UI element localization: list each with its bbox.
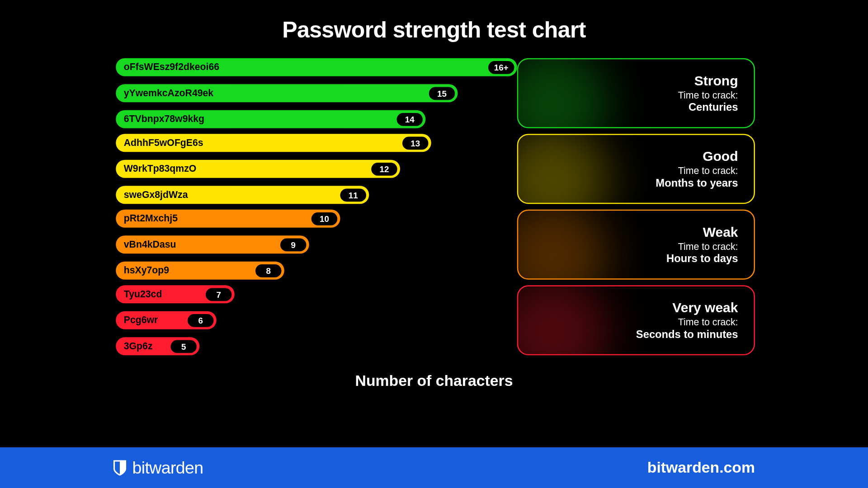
password-bar: vBn4kDasu9: [116, 235, 309, 253]
char-count-pill: 15: [429, 87, 455, 100]
chart-container: Password strength test chart oFfsWEsz9f2…: [0, 0, 868, 488]
strength-label: Good: [703, 149, 738, 164]
password-bar: Tyu23cd7: [116, 285, 235, 303]
password-bar: yYwemkcAzoR49ek15: [116, 84, 458, 102]
crack-label: Time to crack:: [678, 165, 738, 177]
strength-label: Very weak: [672, 300, 738, 316]
glow-decoration: [517, 58, 609, 128]
bar-row: AdhhF5wOFgE6s13: [116, 134, 517, 152]
char-count-pill: 13: [402, 136, 429, 150]
crack-time: Hours to days: [666, 253, 738, 265]
crack-label: Time to crack:: [678, 90, 738, 101]
bar-row: yYwemkcAzoR49ek15: [116, 84, 517, 102]
bar-row: 6TVbnpx78w9kkg14: [116, 110, 517, 128]
legend-box-good: GoodTime to crack:Months to years: [517, 134, 755, 204]
bar-row: 3Gp6z5: [116, 337, 517, 355]
section-strong: oFfsWEsz9f2dkeoi6616+yYwemkcAzoR49ek156T…: [116, 58, 517, 128]
strength-label: Weak: [703, 224, 738, 240]
x-axis-label: Number of characters: [0, 372, 868, 390]
legend-column: StrongTime to crack:CenturiesGoodTime to…: [517, 58, 755, 356]
char-count-pill: 14: [397, 113, 423, 126]
section-weak: pRt2Mxchj510vBn4kDasu9hsXy7op98: [116, 210, 517, 280]
password-bar: pRt2Mxchj510: [116, 210, 340, 228]
legend-box-veryweak: Very weakTime to crack:Seconds to minute…: [517, 285, 755, 355]
password-bar: AdhhF5wOFgE6s13: [116, 134, 431, 152]
char-count-pill: 6: [188, 314, 214, 327]
password-bar: sweGx8jdWza11: [116, 186, 369, 204]
bar-row: hsXy7op98: [116, 262, 517, 280]
section-good: AdhhF5wOFgE6s13W9rkTp83qmzO12sweGx8jdWza…: [116, 134, 517, 204]
brand-name: bitwarden: [132, 458, 203, 478]
password-bar: W9rkTp83qmzO12: [116, 160, 400, 178]
bar-row: W9rkTp83qmzO12: [116, 160, 517, 178]
char-count-pill: 16+: [488, 61, 514, 74]
password-bar: oFfsWEsz9f2dkeoi6616+: [116, 58, 517, 76]
bar-row: sweGx8jdWza11: [116, 186, 517, 204]
password-bar: Pcg6wr6: [116, 311, 217, 329]
crack-label: Time to crack:: [678, 241, 738, 253]
password-text: oFfsWEsz9f2dkeoi66: [124, 61, 219, 73]
legend-box-weak: WeakTime to crack:Hours to days: [517, 210, 755, 280]
section-veryweak: Tyu23cd7Pcg6wr63Gp6z5: [116, 285, 517, 355]
char-count-pill: 12: [371, 162, 397, 175]
password-text: W9rkTp83qmzO: [124, 163, 197, 174]
password-text: 6TVbnpx78w9kkg: [124, 113, 204, 125]
crack-time: Centuries: [689, 101, 738, 114]
char-count-pill: 9: [280, 238, 307, 251]
password-text: sweGx8jdWza: [124, 189, 188, 201]
legend-box-strong: StrongTime to crack:Centuries: [517, 58, 755, 128]
char-count-pill: 5: [171, 340, 197, 353]
password-bar: hsXy7op98: [116, 262, 284, 280]
chart-title: Password strength test chart: [0, 0, 868, 58]
bar-row: vBn4kDasu9: [116, 235, 517, 253]
footer-bar: bitwarden bitwarden.com: [0, 447, 868, 488]
brand-logo: bitwarden: [113, 458, 203, 478]
password-bar: 6TVbnpx78w9kkg14: [116, 110, 425, 128]
password-text: Tyu23cd: [124, 289, 162, 300]
bar-row: Tyu23cd7: [116, 285, 517, 303]
bar-row: oFfsWEsz9f2dkeoi6616+: [116, 58, 517, 76]
crack-time: Months to years: [656, 177, 738, 189]
char-count-pill: 11: [340, 188, 367, 202]
password-text: pRt2Mxchj5: [124, 213, 178, 224]
password-text: Pcg6wr: [124, 314, 158, 326]
char-count-pill: 7: [206, 288, 232, 301]
brand-url: bitwarden.com: [647, 459, 755, 477]
password-text: AdhhF5wOFgE6s: [124, 137, 203, 149]
password-text: hsXy7op9: [124, 265, 169, 276]
crack-label: Time to crack:: [678, 317, 738, 328]
shield-icon: [113, 460, 127, 476]
glow-decoration: [517, 210, 609, 280]
password-text: yYwemkcAzoR49ek: [124, 88, 213, 99]
glow-decoration: [517, 134, 609, 204]
glow-decoration: [517, 285, 609, 355]
bar-row: pRt2Mxchj510: [116, 210, 517, 228]
password-text: 3Gp6z: [124, 341, 153, 352]
password-bar: 3Gp6z5: [116, 337, 199, 355]
crack-time: Seconds to minutes: [636, 328, 738, 341]
chart-area: oFfsWEsz9f2dkeoi6616+yYwemkcAzoR49ek156T…: [0, 58, 868, 356]
bar-row: Pcg6wr6: [116, 311, 517, 329]
char-count-pill: 10: [311, 212, 338, 225]
bars-column: oFfsWEsz9f2dkeoi6616+yYwemkcAzoR49ek156T…: [116, 58, 517, 356]
char-count-pill: 8: [255, 264, 282, 277]
password-text: vBn4kDasu: [124, 239, 176, 250]
strength-label: Strong: [694, 73, 738, 89]
